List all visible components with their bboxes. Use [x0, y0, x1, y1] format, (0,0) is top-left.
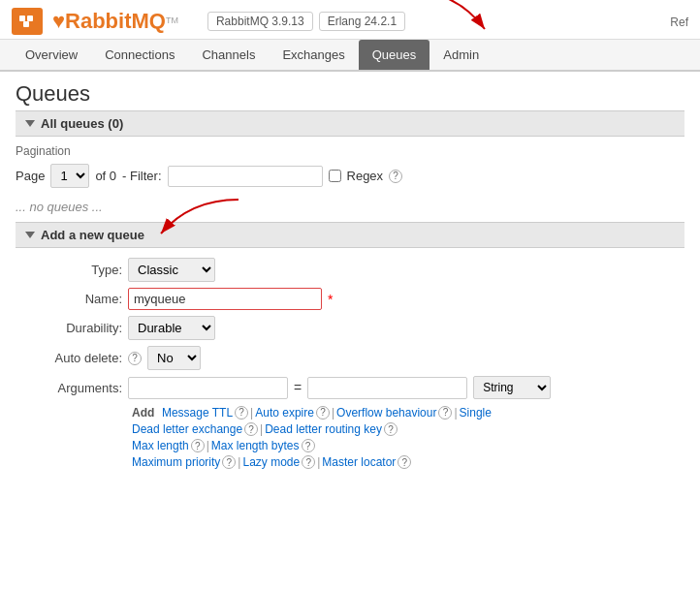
overflow-help[interactable]: ?: [438, 406, 452, 420]
main-nav: Overview Connections Channels Exchanges …: [0, 39, 700, 72]
erlang-version-badge: Erlang 24.2.1: [319, 12, 405, 31]
auto-delete-row: Auto delete: ? No Yes: [25, 346, 684, 370]
main-content: Queues All queues (0) Pagination Page 1 …: [0, 72, 700, 482]
arg-links-row3: Max length ? | Max length bytes ?: [132, 439, 684, 452]
all-queues-section-header[interactable]: All queues (0): [16, 110, 684, 137]
arg-lazy-mode[interactable]: Lazy mode: [242, 455, 300, 469]
arg-dead-letter-routing-key[interactable]: Dead letter routing key: [265, 422, 382, 436]
arg-auto-expire[interactable]: Auto expire: [255, 406, 314, 420]
all-queues-title: All queues (0): [41, 116, 123, 131]
dle-help[interactable]: ?: [244, 422, 258, 436]
page-select[interactable]: 1: [50, 164, 89, 188]
arg-max-length[interactable]: Max length: [132, 439, 189, 452]
arg-maximum-priority[interactable]: Maximum priority: [132, 455, 220, 469]
arg-single[interactable]: Single: [460, 406, 492, 420]
add-label: Add: [132, 406, 154, 420]
type-row: Type: Classic Quorum: [25, 258, 684, 282]
of-label: of 0: [95, 169, 116, 183]
arg-dead-letter-exchange[interactable]: Dead letter exchange: [132, 422, 242, 436]
args-key-input[interactable]: [128, 377, 288, 399]
rabbitmq-version-badge: RabbitMQ 3.9.13: [207, 12, 313, 31]
name-row: Name: *: [25, 288, 684, 310]
regex-help-icon[interactable]: ?: [389, 170, 402, 183]
type-select[interactable]: Classic Quorum: [128, 258, 215, 282]
svg-rect-0: [19, 16, 25, 21]
durability-row: Durability: Durable Transient: [25, 316, 684, 340]
regex-checkbox[interactable]: [329, 170, 341, 182]
type-label: Type:: [25, 263, 122, 277]
auto-delete-label: Auto delete:: [25, 351, 122, 365]
name-label: Name:: [25, 292, 122, 306]
svg-rect-2: [23, 21, 29, 27]
lazy-mode-help[interactable]: ?: [302, 455, 315, 469]
master-locator-help[interactable]: ?: [398, 455, 411, 469]
arg-links: Add Message TTL ? | Auto expire ? | Over…: [132, 405, 684, 469]
nav-queues[interactable]: Queues: [359, 40, 430, 70]
durability-select[interactable]: Durable Transient: [128, 316, 215, 340]
collapse-icon: [25, 120, 35, 127]
args-val-input[interactable]: [307, 377, 467, 399]
name-input[interactable]: [128, 288, 322, 310]
add-queue-section: Add a new queue Type: Classic Quorum Nam…: [16, 222, 684, 469]
arg-links-row1: Add Message TTL ? | Auto expire ? | Over…: [132, 405, 684, 420]
required-star: *: [328, 292, 333, 307]
auto-delete-help-icon[interactable]: ?: [128, 352, 142, 365]
message-ttl-help[interactable]: ?: [235, 406, 248, 420]
regex-label: Regex: [347, 169, 384, 183]
arg-links-row4: Maximum priority ? | Lazy mode ? | Maste…: [132, 455, 684, 469]
arg-master-locator[interactable]: Master locator: [322, 455, 396, 469]
durability-label: Durability:: [25, 321, 122, 335]
pagination-label: Pagination: [16, 144, 684, 158]
arg-max-length-bytes[interactable]: Max length bytes: [211, 439, 300, 452]
add-queue-section-header[interactable]: Add a new queue: [16, 222, 684, 248]
nav-exchanges[interactable]: Exchanges: [269, 40, 358, 70]
no-queues-message: ... no queues ...: [16, 200, 103, 214]
nav-admin[interactable]: Admin: [430, 40, 493, 70]
nav-overview[interactable]: Overview: [12, 40, 91, 70]
arg-links-row2: Dead letter exchange ? | Dead letter rou…: [132, 422, 684, 436]
arg-overflow-behaviour[interactable]: Overflow behaviour: [336, 406, 436, 420]
add-queue-form: Type: Classic Quorum Name: * Durability:…: [25, 258, 684, 469]
logo-text: ♥RabbitMQTM: [52, 9, 178, 34]
auto-expire-help[interactable]: ?: [316, 406, 330, 420]
max-length-bytes-help[interactable]: ?: [302, 439, 315, 452]
arguments-row: Arguments: = String Number Boolean: [25, 376, 684, 399]
ref-link[interactable]: Ref: [670, 16, 688, 29]
version-badges: RabbitMQ 3.9.13 Erlang 24.2.1: [207, 12, 405, 31]
rabbitmq-logo-icon: [12, 8, 43, 35]
filter-input[interactable]: [168, 166, 323, 187]
max-length-help[interactable]: ?: [191, 439, 205, 452]
arg-message-ttl[interactable]: Message TTL: [162, 406, 233, 420]
arguments-label: Arguments:: [25, 381, 122, 395]
nav-channels[interactable]: Channels: [188, 40, 269, 70]
pagination-row: Page 1 of 0 - Filter: Regex ?: [16, 164, 684, 188]
page-label: Page: [16, 169, 45, 183]
arrow-to-queues: [398, 0, 514, 44]
dlrk-help[interactable]: ?: [384, 422, 398, 436]
auto-delete-select[interactable]: No Yes: [147, 346, 201, 370]
page-title: Queues: [16, 81, 684, 107]
add-queue-collapse-icon: [25, 232, 35, 238]
nav-connections[interactable]: Connections: [91, 40, 188, 70]
args-type-select[interactable]: String Number Boolean: [473, 376, 551, 399]
add-queue-title: Add a new queue: [41, 228, 144, 242]
svg-rect-1: [27, 16, 33, 21]
max-priority-help[interactable]: ?: [222, 455, 236, 469]
args-eq: =: [294, 380, 302, 395]
filter-label: - Filter:: [122, 169, 161, 183]
